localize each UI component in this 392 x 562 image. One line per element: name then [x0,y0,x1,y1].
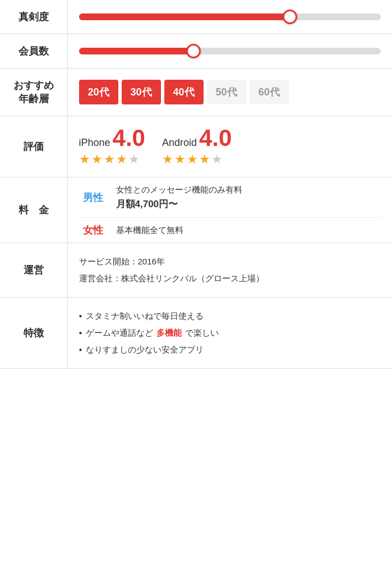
iphone-rating: iPhone 4.0 ★ ★ ★ ★ ★ [79,126,145,167]
iphone-label: iPhone [79,137,110,149]
pricing-content: 男性 女性とのメッセージ機能のみ有料 月額4,700円〜 女性 基本機能全て無料 [67,177,392,243]
male-pricing-desc: 女性とのメッセージ機能のみ有料 月額4,700円〜 [116,183,242,212]
operation-line-2: 運営会社：株式会社リンクバル（グロース上場） [79,270,381,287]
female-pricing-desc: 基本機能全て無料 [116,223,183,237]
android-rating: Android 4.0 ★ ★ ★ ★ ★ [162,126,232,167]
female-pricing: 女性 基本機能全て無料 [79,218,381,243]
rating-blocks: iPhone 4.0 ★ ★ ★ ★ ★ Android [79,126,381,167]
star-5: ★ [211,152,223,167]
feature-highlight: 多機能 [156,325,182,341]
rating-content: iPhone 4.0 ★ ★ ★ ★ ★ Android [67,116,392,177]
android-label: Android [162,137,197,149]
female-gender-label: 女性 [79,223,107,237]
rating-label: 評価 [0,116,67,177]
age-badges: 20代 30代 40代 50代 60代 [79,80,381,104]
pricing-label: 料 金 [0,177,67,243]
age-badge-20[interactable]: 20代 [79,80,118,104]
seriousness-label: 真剣度 [0,0,67,34]
feature-item-1: スタミナ制いいねで毎日使える [79,308,381,325]
male-pricing-price: 月額4,700円〜 [116,197,242,212]
star-3: ★ [104,152,115,167]
rating-row: 評価 iPhone 4.0 ★ ★ ★ ★ ★ [0,116,392,177]
male-pricing-note: 女性とのメッセージ機能のみ有料 [116,183,242,197]
pricing-row: 料 金 男性 女性とのメッセージ機能のみ有料 月額4,700円〜 女性 基本機能… [0,177,392,243]
age-badge-40[interactable]: 40代 [164,80,204,104]
features-list: スタミナ制いいねで毎日使える ゲームや通話など多機能で楽しい なりすましの少ない… [79,308,381,358]
star-5: ★ [128,152,140,167]
iphone-rating-top: iPhone 4.0 [79,126,145,150]
android-stars: ★ ★ ★ ★ ★ [162,152,223,167]
members-label: 会員数 [0,34,67,68]
seriousness-slider[interactable] [79,10,381,24]
star-4: ★ [199,152,210,167]
features-label: 特徴 [0,298,67,369]
slider-thumb[interactable] [283,10,297,24]
operation-text: サービス開始：2016年 運営会社：株式会社リンクバル（グロース上場） [79,253,381,287]
operation-label: 運営 [0,243,67,298]
feature-item-2: ゲームや通話など多機能で楽しい [79,325,381,341]
features-row: 特徴 スタミナ制いいねで毎日使える ゲームや通話など多機能で楽しい なりすましの… [0,298,392,369]
age-badge-50[interactable]: 50代 [207,80,246,104]
feature-item-3: なりすましの少ない安全アプリ [79,341,381,358]
features-content: スタミナ制いいねで毎日使える ゲームや通話など多機能で楽しい なりすましの少ない… [67,298,392,369]
android-score: 4.0 [199,126,232,150]
male-pricing: 男性 女性とのメッセージ機能のみ有料 月額4,700円〜 [79,177,381,218]
info-table: 真剣度 会員数 [0,0,392,369]
star-3: ★ [187,152,198,167]
android-rating-top: Android 4.0 [162,126,232,150]
star-1: ★ [162,152,173,167]
age-content: 20代 30代 40代 50代 60代 [67,68,392,116]
operation-line-1: サービス開始：2016年 [79,253,381,270]
slider-fill [79,48,194,54]
age-badge-60[interactable]: 60代 [250,80,289,104]
pricing-blocks: 男性 女性とのメッセージ機能のみ有料 月額4,700円〜 女性 基本機能全て無料 [79,177,381,243]
iphone-stars: ★ ★ ★ ★ ★ [79,152,140,167]
seriousness-row: 真剣度 [0,0,392,34]
members-row: 会員数 [0,34,392,68]
slider-thumb[interactable] [186,44,201,58]
female-pricing-price: 基本機能全て無料 [116,225,183,235]
slider-track [79,48,381,54]
slider-track [79,13,381,20]
age-label: おすすめ 年齢層 [0,68,67,116]
operation-content: サービス開始：2016年 運営会社：株式会社リンクバル（グロース上場） [67,243,392,298]
members-slider[interactable] [79,44,381,58]
iphone-score: 4.0 [113,126,145,150]
male-gender-label: 男性 [79,191,107,204]
star-4: ★ [116,152,127,167]
seriousness-content [67,0,392,34]
age-badge-30[interactable]: 30代 [122,80,161,104]
age-row: おすすめ 年齢層 20代 30代 40代 50代 60代 [0,68,392,116]
star-2: ★ [91,152,103,167]
members-content [67,34,392,68]
operation-row: 運営 サービス開始：2016年 運営会社：株式会社リンクバル（グロース上場） [0,243,392,298]
star-1: ★ [79,152,90,167]
star-2: ★ [174,152,186,167]
slider-fill [79,13,290,20]
